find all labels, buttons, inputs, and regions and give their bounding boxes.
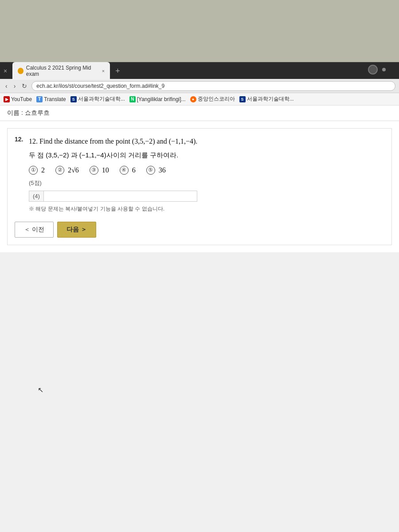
bookmark-translate-label: Translate — [44, 96, 66, 102]
seoultech-icon1: S — [70, 96, 77, 102]
choice-5[interactable]: ⑤ 36 — [146, 166, 166, 175]
question-content: 12. Find the distance from the point (3,… — [29, 136, 197, 213]
choice-1-icon: ① — [29, 166, 38, 175]
camera-dot — [368, 65, 378, 74]
button-row: ＜ 이전 다음 ＞ — [15, 222, 384, 238]
cursor: ↖ — [38, 386, 45, 393]
tab-close-button[interactable]: × — [102, 68, 105, 74]
bookmark-seoultech1-label: 서울과학기술대학... — [78, 95, 125, 103]
address-bar-row: ‹ › ↻ — [0, 79, 399, 93]
youtube-icon: ▶ — [4, 96, 10, 102]
address-input[interactable] — [31, 81, 395, 91]
choice-2-value: 2√6 — [66, 166, 79, 174]
choice-1[interactable]: ① 2 — [29, 166, 45, 175]
seoultech-icon2: S — [239, 96, 246, 102]
page-name-row: 이름 : 쇼흐루흐 — [0, 106, 399, 121]
answer-input-row: (4) — [29, 191, 197, 202]
prev-button[interactable]: ＜ 이전 — [15, 222, 54, 238]
choice-2[interactable]: ② 2√6 — [55, 166, 79, 175]
browser-tab[interactable]: Calculus 2 2021 Spring Mid exam × — [12, 62, 110, 80]
tab-favicon — [18, 68, 23, 74]
camera-area — [368, 65, 386, 74]
choice-3[interactable]: ③ 10 — [90, 166, 109, 175]
back-button[interactable]: ‹ — [4, 82, 9, 90]
question-text-ko: 두 점 (3,5,−2) 과 (−1,1,−4)사이의 거리를 구하여라. — [29, 150, 197, 160]
translate-icon: T — [36, 96, 43, 102]
main-content: 12. 12. Find the distance from the point… — [0, 121, 399, 252]
choice-4-icon: ④ — [120, 166, 129, 175]
browser-window: × Calculus 2 2021 Spring Mid exam × + ‹ … — [0, 62, 399, 532]
question-text-en: 12. Find the distance from the point (3,… — [29, 136, 197, 147]
naver-icon: N — [129, 96, 136, 102]
choice-4[interactable]: ④ 6 — [120, 166, 136, 175]
forward-button[interactable]: › — [12, 82, 18, 90]
copy-warning: ※ 해당 문제는 복사/붙여넣기 기능을 사용할 수 없습니다. — [29, 205, 197, 213]
bookmark-jungang-label: 중앙인스코리아 — [198, 95, 235, 103]
bookmark-seoultech2-label: 서울과학기술대학... — [247, 95, 294, 103]
question-en-text: Find the distance from the point (3,5,−2… — [39, 137, 197, 145]
bookmark-seoultech1[interactable]: S 서울과학기술대학... — [70, 95, 125, 103]
bookmark-naver-label: [Yangiliklar brifingi]... — [137, 96, 186, 102]
new-tab-button[interactable]: + — [115, 66, 120, 76]
title-bar: × Calculus 2 2021 Spring Mid exam × + — [0, 63, 399, 79]
choice-3-value: 10 — [100, 166, 109, 174]
choice-5-icon: ⑤ — [146, 166, 155, 175]
window-close-button[interactable]: × — [4, 67, 7, 74]
jungang-icon: ● — [190, 96, 196, 102]
bookmark-seoultech2[interactable]: S 서울과학기술대학... — [239, 95, 294, 103]
student-name-label: 이름 : 쇼흐루흐 — [7, 109, 50, 116]
choice-3-icon: ③ — [90, 166, 98, 175]
choice-5-value: 36 — [157, 166, 166, 174]
answer-label: (4) — [29, 191, 43, 202]
bookmarks-bar: ▶ YouTube T Translate S 서울과학기술대학... N [Y… — [0, 93, 399, 106]
answer-choices: ① 2 ② 2√6 ③ 10 ④ 6 — [29, 166, 197, 175]
bookmark-naver[interactable]: N [Yangiliklar brifingi]... — [129, 96, 186, 102]
answer-input[interactable] — [43, 191, 197, 202]
question-outer-number: 12. — [15, 136, 25, 213]
tab-title: Calculus 2 2021 Spring Mid exam — [26, 65, 98, 77]
bookmark-youtube-label: YouTube — [11, 96, 32, 102]
choice-1-value: 2 — [39, 166, 45, 174]
small-dot — [382, 68, 386, 71]
question-block: 12. 12. Find the distance from the point… — [7, 128, 392, 245]
bookmark-youtube[interactable]: ▶ YouTube — [4, 96, 32, 102]
choice-2-icon: ② — [55, 166, 64, 175]
question-full-number: 12. — [29, 137, 38, 145]
points-row: (5점) — [29, 179, 197, 187]
choice-4-value: 6 — [130, 166, 136, 174]
points-label: (5점) — [29, 180, 42, 186]
question-number-row: 12. 12. Find the distance from the point… — [15, 136, 384, 213]
next-button[interactable]: 다음 ＞ — [57, 222, 96, 238]
bookmark-jungang[interactable]: ● 중앙인스코리아 — [190, 95, 235, 103]
bookmark-translate[interactable]: T Translate — [36, 96, 66, 102]
refresh-button[interactable]: ↻ — [20, 82, 29, 90]
